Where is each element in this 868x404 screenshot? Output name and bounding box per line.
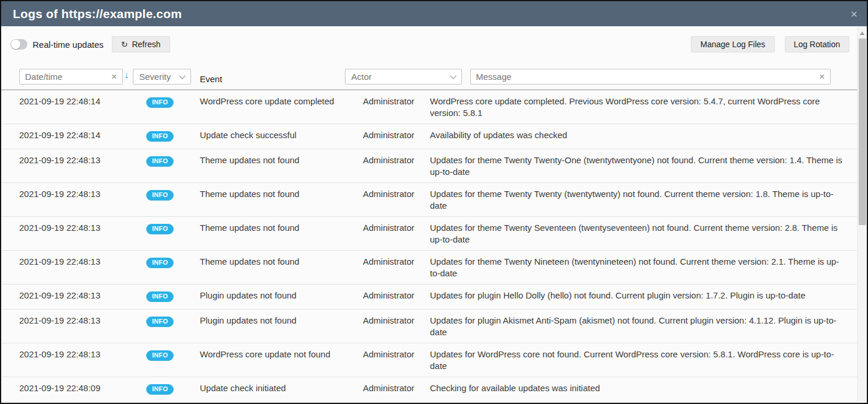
severity-badge: INFO [146,190,174,201]
row-event: Plugin updates not found [200,290,363,304]
severity-badge: INFO [146,291,174,302]
row-datetime: 2021-09-19 22:48:13 [19,222,146,237]
row-event: Theme updates not found [200,256,363,270]
chevron-down-icon [450,72,456,79]
scroll-up-arrow-icon[interactable] [860,31,865,35]
chevron-down-icon [179,72,185,79]
row-message: WordPress core update completed. Previou… [430,96,857,119]
row-actor: Administrator [363,222,430,237]
row-message: Updates for plugin Akismet Anti-Spam (ak… [430,315,857,338]
row-datetime: 2021-09-19 22:48:13 [19,154,146,169]
sort-desc-icon[interactable]: ↓ [124,71,129,80]
row-datetime: 2021-09-19 22:48:13 [19,290,146,304]
row-datetime: 2021-09-19 22:48:13 [19,188,146,203]
logs-dialog: Logs of https://example.com × Real-time … [0,0,868,404]
row-event: Theme updates not found [200,154,363,169]
clear-datetime-icon[interactable]: × [106,72,122,82]
table-row[interactable]: 2021-09-19 22:48:13 INFO Theme updates n… [1,183,857,217]
row-severity: INFO [146,188,200,203]
row-message: Updates for WordPress core not found. Cu… [430,349,857,372]
row-severity: INFO [146,96,200,110]
row-event: WordPress core update not found [200,349,363,363]
toggle-knob [11,40,20,49]
row-message: Updates for plugin Hello Dolly (hello) n… [430,290,857,304]
row-message: Updates for theme Twenty Twenty-One (twe… [430,154,857,178]
row-message: Checking for available updates was initi… [430,382,857,397]
manage-log-files-button[interactable]: Manage Log Files [691,36,774,52]
row-event: Theme updates not found [200,222,363,237]
row-actor: Administrator [363,154,430,169]
table-row[interactable]: 2021-09-19 22:48:14 INFO WordPress core … [1,90,857,124]
clear-message-icon[interactable]: × [814,72,830,82]
row-actor: Administrator [363,382,430,397]
scrollbar-thumb[interactable] [859,38,866,225]
table-row[interactable]: 2021-09-19 22:48:13 INFO WordPress core … [1,343,857,377]
table-row[interactable]: 2021-09-19 22:48:13 INFO Theme updates n… [1,149,857,183]
severity-badge: INFO [146,384,174,395]
row-severity: INFO [146,382,200,397]
dialog-titlebar: Logs of https://example.com × [1,1,867,26]
row-actor: Administrator [363,129,430,144]
row-actor: Administrator [363,349,430,363]
row-severity: INFO [146,222,200,237]
row-datetime: 2021-09-19 22:48:14 [19,129,146,144]
row-severity: INFO [146,154,200,169]
row-datetime: 2021-09-19 22:48:13 [19,349,146,363]
row-message: Updates for theme Twenty Nineteen (twent… [430,256,857,279]
row-severity: INFO [146,349,200,363]
realtime-updates-toggle[interactable] [10,39,27,50]
severity-badge: INFO [146,258,174,268]
refresh-icon: ↻ [121,40,128,49]
log-rotation-button[interactable]: Log Rotation [785,36,849,52]
row-severity: INFO [146,290,200,304]
refresh-button[interactable]: ↻ Refresh [112,36,170,52]
datetime-filter: × [19,69,123,85]
row-event: WordPress core update completed [200,96,363,110]
event-column-header: Event [200,74,222,84]
row-message: Updates for theme Twenty Seventeen (twen… [430,222,857,245]
actor-filter-label: Actor [351,72,372,82]
table-row[interactable]: 2021-09-19 22:48:13 INFO Theme updates n… [1,251,857,284]
row-message: Availability of updates was checked [430,129,857,144]
severity-badge: INFO [146,156,174,167]
row-datetime: 2021-09-19 22:48:14 [19,96,146,110]
row-event: Plugin updates not found [200,315,363,329]
severity-filter-label: Severity [139,72,171,82]
toolbar-right-group: Manage Log Files Log Rotation [691,36,849,52]
row-actor: Administrator [363,188,430,203]
realtime-updates-label: Real-time updates [33,40,104,50]
row-severity: INFO [146,129,200,144]
row-datetime: 2021-09-19 22:48:13 [19,256,146,270]
row-event: Update check successful [200,129,363,144]
severity-badge: INFO [146,350,174,361]
table-row[interactable]: 2021-09-19 22:48:09 INFO Update check in… [1,377,857,402]
row-actor: Administrator [363,96,430,110]
row-message: Updates for theme Twenty Twenty (twentyt… [430,188,857,212]
filter-bar: × ↓ Severity Event Actor × [1,64,867,90]
severity-badge: INFO [146,131,174,142]
vertical-scrollbar[interactable] [857,26,867,403]
severity-badge: INFO [146,97,174,108]
table-row[interactable]: 2021-09-19 22:48:13 INFO Theme updates n… [1,217,857,251]
row-severity: INFO [146,256,200,270]
table-row[interactable]: 2021-09-19 22:48:14 INFO Update check su… [1,124,857,149]
severity-badge: INFO [146,317,174,327]
message-filter-input[interactable] [471,69,814,84]
row-datetime: 2021-09-19 22:48:13 [19,315,146,329]
actor-filter-select[interactable]: Actor [345,69,462,85]
row-actor: Administrator [363,290,430,304]
close-icon[interactable]: × [851,8,858,20]
table-row[interactable]: 2021-09-19 22:48:13 INFO Plugin updates … [1,284,857,310]
severity-badge: INFO [146,224,174,234]
toolbar: Real-time updates ↻ Refresh Manage Log F… [1,36,867,52]
message-filter: × [470,69,831,85]
severity-filter-select[interactable]: Severity [133,69,191,85]
row-event: Update check initiated [200,382,363,397]
log-table-body: 2021-09-19 22:48:14 INFO WordPress core … [1,90,857,402]
row-datetime: 2021-09-19 22:48:09 [19,382,146,397]
dialog-title: Logs of https://example.com [13,7,182,21]
datetime-filter-input[interactable] [20,69,106,84]
table-row[interactable]: 2021-09-19 22:48:13 INFO Plugin updates … [1,310,857,343]
row-severity: INFO [146,315,200,329]
refresh-button-label: Refresh [132,40,160,49]
